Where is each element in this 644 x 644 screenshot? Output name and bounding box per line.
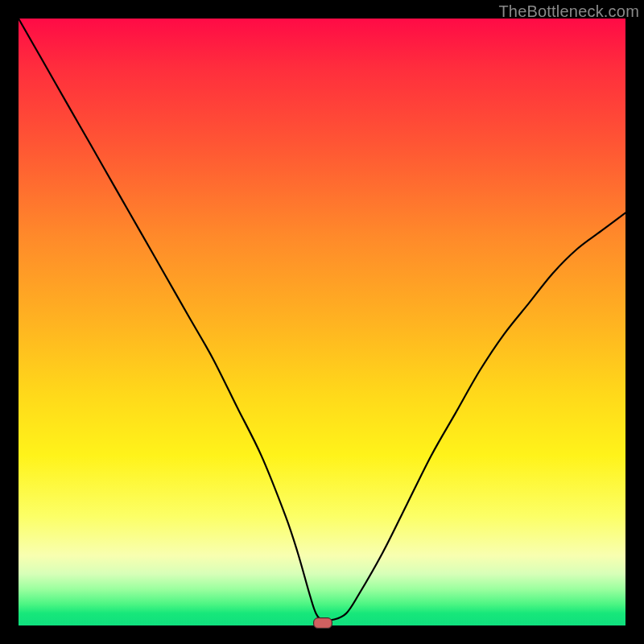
optimal-point-marker [313, 617, 332, 629]
watermark-text: TheBottleneck.com [498, 2, 639, 21]
curve-path [19, 19, 625, 620]
chart-frame: TheBottleneck.com [0, 0, 644, 644]
plot-area [19, 19, 625, 625]
bottleneck-curve [19, 19, 625, 625]
